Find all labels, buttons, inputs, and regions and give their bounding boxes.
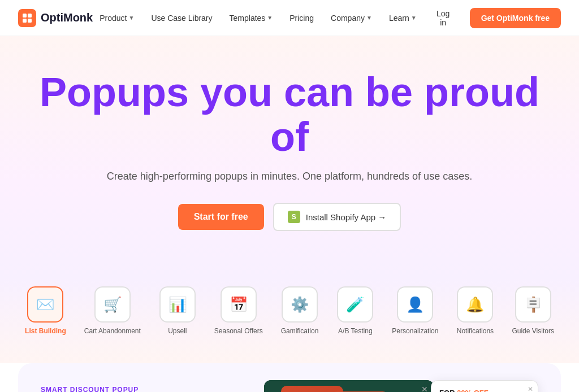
start-free-button[interactable]: Start for free [178, 204, 264, 230]
nav-use-case-library[interactable]: Use Case Library [144, 10, 219, 26]
tab-personalization[interactable]: 👤 Personalization [385, 281, 445, 341]
upsell-icon: 📊 [159, 286, 196, 323]
nav-product[interactable]: Product ▼ [93, 10, 141, 26]
hero-section: Popups you can be proud of Create high-p… [0, 36, 579, 281]
svg-rect-1 [28, 14, 32, 18]
chevron-down-icon: ▼ [128, 15, 134, 21]
cart-abandonment-icon: 🛒 [94, 286, 131, 323]
nav-links: Product ▼ Use Case Library Templates ▼ P… [93, 10, 423, 26]
tab-notifications[interactable]: 🔔 Notifications [450, 281, 500, 341]
brand-logo[interactable]: OptiMonk [18, 9, 93, 27]
hero-buttons: Start for free S Install Shopify App → [18, 203, 561, 231]
popup-side-close-icon[interactable]: ✕ [528, 385, 533, 392]
get-optimonk-button[interactable]: Get OptiMonk free [470, 8, 561, 28]
hero-title: Popups you can be proud of [18, 70, 561, 159]
chevron-down-icon: ▼ [411, 15, 417, 21]
popup-main: UNLOCK 20% ✕ [264, 380, 434, 392]
tab-upsell[interactable]: 📊 Upsell [152, 281, 203, 341]
seasonal-offers-icon: 📅 [221, 286, 257, 323]
tab-list-building[interactable]: ✉️ List Building [18, 281, 73, 341]
nav-company[interactable]: Company ▼ [324, 10, 379, 26]
svg-rect-2 [23, 19, 27, 23]
notifications-icon: 🔔 [457, 286, 493, 323]
personalization-icon: 👤 [397, 286, 433, 323]
navbar: OptiMonk Product ▼ Use Case Library Temp… [0, 0, 579, 36]
install-shopify-button[interactable]: S Install Shopify App → [273, 203, 401, 231]
logo-icon [18, 9, 36, 27]
popup-area: UNLOCK 20% ✕ ✕ FOR 20% OFF Use this code… [264, 386, 538, 392]
chevron-down-icon: ▼ [366, 15, 372, 21]
category-tabs: ✉️ List Building 🛒 Cart Abandonment 📊 Up… [0, 281, 579, 363]
guide-visitors-icon: 🪧 [515, 286, 551, 323]
svg-rect-3 [28, 19, 32, 23]
popup-side: ✕ FOR 20% OFF Use this code at checkout … [431, 380, 538, 392]
brand-name: OptiMonk [41, 11, 93, 24]
content-tag: SMART DISCOUNT POPUP [41, 386, 237, 392]
list-building-icon: ✉️ [27, 286, 63, 323]
nav-templates[interactable]: Templates ▼ [223, 10, 280, 26]
nav-pricing[interactable]: Pricing [283, 10, 321, 26]
ab-testing-icon: 🧪 [337, 286, 373, 323]
gamification-icon: ⚙️ [282, 286, 318, 323]
shopify-icon: S [288, 211, 300, 223]
tab-ab-testing[interactable]: 🧪 A/B Testing [330, 281, 381, 341]
content-text: SMART DISCOUNT POPUP Achieve 15-20% opt-… [41, 386, 237, 392]
nav-actions: Log in Get OptiMonk free [424, 5, 561, 32]
login-button[interactable]: Log in [424, 5, 463, 32]
chevron-down-icon: ▼ [267, 15, 273, 21]
svg-rect-0 [23, 14, 27, 18]
popup-for-text: FOR 20% OFF [439, 389, 530, 392]
tab-gamification[interactable]: ⚙️ Gamification [274, 281, 326, 341]
tab-cart-abandonment[interactable]: 🛒 Cart Abandonment [77, 281, 148, 341]
tab-seasonal-offers[interactable]: 📅 Seasonal Offers [208, 281, 270, 341]
content-section: SMART DISCOUNT POPUP Achieve 15-20% opt-… [18, 363, 561, 392]
nav-learn[interactable]: Learn ▼ [382, 10, 424, 26]
tab-guide-visitors[interactable]: 🪧 Guide Visitors [505, 281, 560, 341]
popup-main-close-icon[interactable]: ✕ [421, 385, 428, 392]
hero-subtitle: Create high-performing popups in minutes… [18, 171, 561, 182]
